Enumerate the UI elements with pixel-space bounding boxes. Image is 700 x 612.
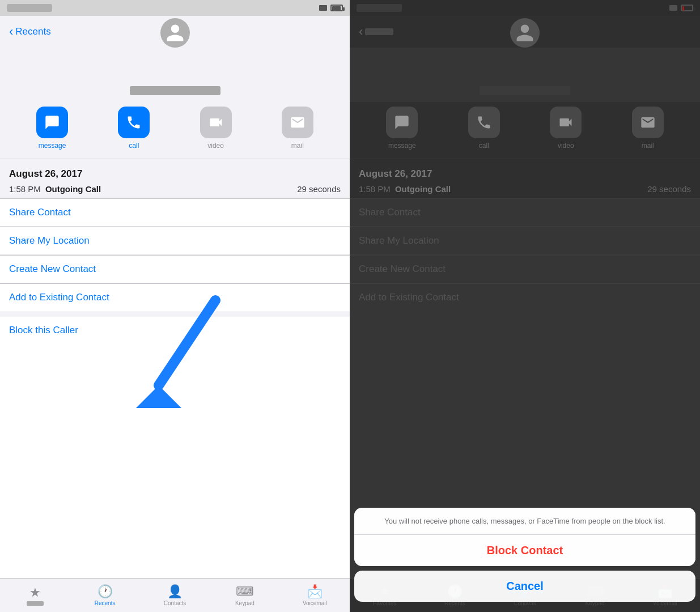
battery-icon bbox=[330, 5, 343, 11]
voicemail-label-left: Voicemail bbox=[303, 600, 327, 606]
action-message-left[interactable]: message bbox=[36, 107, 68, 150]
arrow-annotation bbox=[113, 295, 227, 422]
modal-bottom-spacer bbox=[354, 602, 695, 607]
tab-label-blur-left bbox=[27, 601, 44, 606]
video-circle-left bbox=[200, 107, 232, 138]
action-mail-left: mail bbox=[282, 107, 313, 150]
cancel-button[interactable]: Cancel bbox=[354, 571, 695, 602]
mail-label-left: mail bbox=[291, 142, 304, 150]
back-button-left[interactable]: ‹ Recents bbox=[9, 26, 51, 38]
tab-favorites-left[interactable]: ★ bbox=[0, 585, 70, 606]
call-circle-left bbox=[118, 107, 150, 138]
modal-sheet: You will not receive phone calls, messag… bbox=[354, 508, 695, 566]
action-video-left: video bbox=[200, 107, 232, 150]
call-label-left: call bbox=[129, 142, 139, 150]
recents-icon-left: 🕐 bbox=[97, 584, 113, 599]
left-panel: ‹ Recents message call video bbox=[0, 0, 350, 612]
favorites-icon-left: ★ bbox=[29, 585, 41, 600]
person-icon-left bbox=[165, 23, 185, 43]
call-date-left: August 26, 2017 bbox=[9, 168, 341, 180]
tab-contacts-left[interactable]: 👤 Contacts bbox=[140, 584, 210, 606]
menu-create-contact-left[interactable]: Create New Contact bbox=[0, 256, 350, 283]
nav-bar-left: ‹ Recents bbox=[0, 16, 350, 48]
action-buttons-left: message call video mail bbox=[0, 102, 350, 159]
modal-message-text: You will not receive phone calls, messag… bbox=[354, 508, 695, 535]
modal-overlay: You will not receive phone calls, messag… bbox=[350, 0, 700, 612]
tab-recents-left[interactable]: 🕐 Recents bbox=[70, 584, 139, 606]
signal-icon bbox=[319, 5, 327, 11]
message-icon-left bbox=[44, 114, 60, 130]
call-time-left: 1:58 PM bbox=[9, 184, 41, 194]
status-bar-left bbox=[0, 0, 350, 16]
mail-icon-left bbox=[290, 114, 306, 130]
tab-voicemail-left[interactable]: 📩 Voicemail bbox=[280, 584, 350, 606]
status-blur-left bbox=[7, 4, 52, 12]
video-icon-left bbox=[208, 114, 224, 130]
contacts-icon-left: 👤 bbox=[167, 584, 183, 599]
contact-avatar-left bbox=[160, 18, 190, 48]
video-label-left: video bbox=[207, 142, 224, 150]
message-label-left: message bbox=[39, 142, 66, 150]
recents-label-left: Recents bbox=[95, 600, 116, 606]
contact-name-blurred-left bbox=[130, 86, 220, 95]
arrow-head bbox=[136, 385, 181, 408]
call-history-left: August 26, 2017 1:58 PM Outgoing Call 29… bbox=[0, 159, 350, 198]
arrow-svg bbox=[113, 295, 227, 419]
tab-bar-left: ★ 🕐 Recents 👤 Contacts ⌨ Keypad 📩 Voicem… bbox=[0, 578, 350, 612]
contacts-label-left: Contacts bbox=[164, 600, 186, 606]
arrow-line bbox=[159, 300, 215, 385]
back-label-left: Recents bbox=[15, 26, 50, 37]
back-chevron-icon: ‹ bbox=[9, 26, 13, 38]
message-circle-left bbox=[36, 107, 68, 138]
menu-share-contact-left[interactable]: Share Contact bbox=[0, 199, 350, 227]
menu-share-location-left[interactable]: Share My Location bbox=[0, 227, 350, 255]
call-type-left: Outgoing Call bbox=[45, 184, 101, 194]
call-duration-left: 29 seconds bbox=[297, 184, 341, 194]
status-icons-left bbox=[319, 5, 343, 11]
battery-fill bbox=[332, 6, 341, 11]
call-icon-left bbox=[126, 114, 142, 130]
voicemail-icon-left: 📩 bbox=[307, 584, 323, 599]
tab-keypad-left[interactable]: ⌨ Keypad bbox=[210, 584, 279, 606]
right-panel: ‹ message call video bbox=[350, 0, 700, 612]
action-call-left[interactable]: call bbox=[118, 107, 150, 150]
block-contact-button[interactable]: Block Contact bbox=[354, 535, 695, 566]
call-row-left: 1:58 PM Outgoing Call 29 seconds bbox=[9, 182, 341, 196]
keypad-label-left: Keypad bbox=[235, 600, 254, 606]
keypad-icon-left: ⌨ bbox=[236, 584, 254, 599]
mail-circle-left bbox=[282, 107, 313, 138]
